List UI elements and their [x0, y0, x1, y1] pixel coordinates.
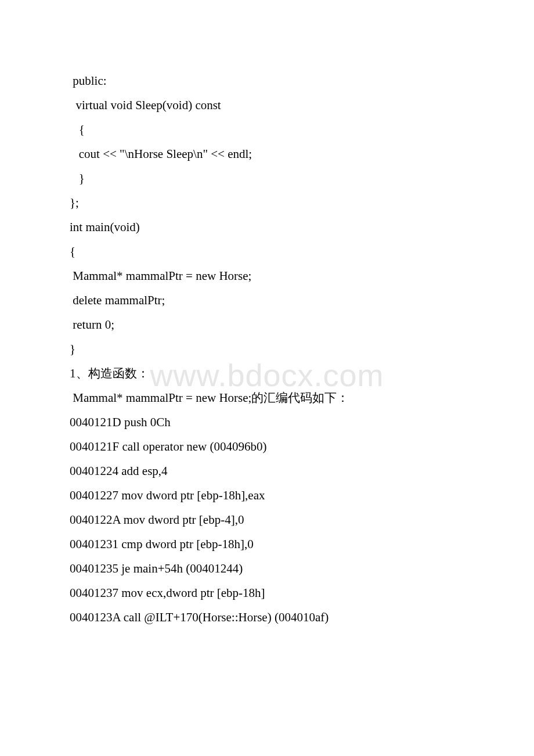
- code-line: 0040121F call operator new (004096b0): [70, 434, 464, 459]
- code-line: 1、构造函数：: [70, 361, 464, 386]
- code-line: public:: [70, 69, 464, 93]
- code-line: 00401224 add esp,4: [70, 459, 464, 483]
- code-line: cout << "\nHorse Sleep\n" << endl;: [70, 142, 464, 166]
- code-line: 0040121D push 0Ch: [70, 410, 464, 434]
- code-line: Mammal* mammalPtr = new Horse;: [70, 264, 464, 288]
- document-content: public: virtual void Sleep(void) const {…: [0, 0, 534, 629]
- code-line: {: [70, 117, 464, 142]
- code-line: }: [70, 337, 464, 361]
- code-line: virtual void Sleep(void) const: [70, 93, 464, 117]
- code-line: 0040123A call @ILT+170(Horse::Horse) (00…: [70, 605, 464, 629]
- code-line: };: [70, 190, 464, 215]
- code-line: }: [70, 166, 464, 190]
- code-line: Mammal* mammalPtr = new Horse;的汇编代码如下：: [70, 386, 464, 410]
- code-line: 0040122A mov dword ptr [ebp-4],0: [70, 507, 464, 532]
- code-line: 00401237 mov ecx,dword ptr [ebp-18h]: [70, 581, 464, 605]
- code-line: {: [70, 239, 464, 264]
- code-line: 00401231 cmp dword ptr [ebp-18h],0: [70, 532, 464, 556]
- code-line: delete mammalPtr;: [70, 288, 464, 312]
- code-line: 00401227 mov dword ptr [ebp-18h],eax: [70, 483, 464, 507]
- code-line: return 0;: [70, 312, 464, 337]
- code-line: int main(void): [70, 215, 464, 239]
- code-line: 00401235 je main+54h (00401244): [70, 556, 464, 581]
